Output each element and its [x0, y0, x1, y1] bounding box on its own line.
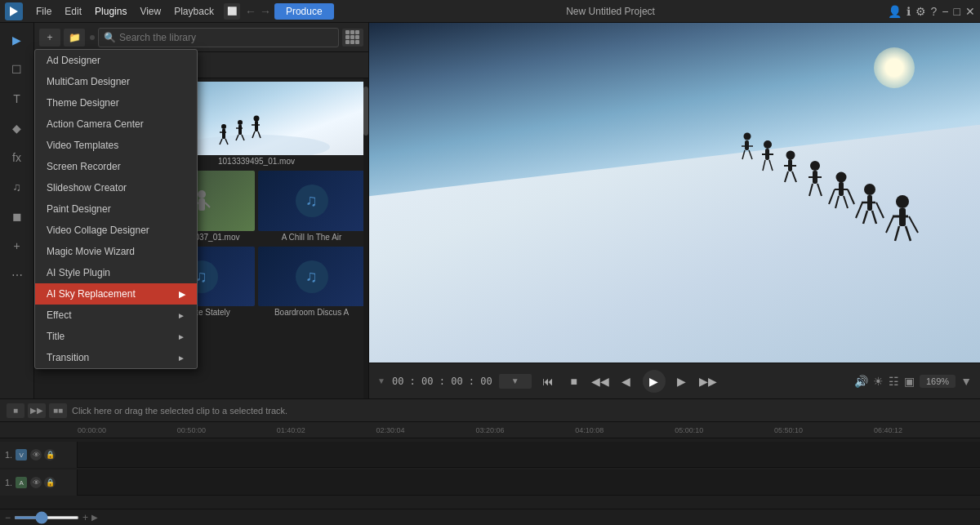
svg-point-46 — [810, 161, 820, 171]
screen-mode-btn[interactable]: ⬜ — [224, 3, 240, 20]
menu-plugins[interactable]: Plugins — [88, 3, 133, 20]
svg-line-65 — [749, 150, 752, 159]
menu-item-effect[interactable]: Effect ► — [35, 305, 197, 326]
menu-item-theme[interactable]: Theme Designer — [35, 92, 197, 113]
svg-rect-3 — [222, 129, 225, 139]
menu-item-slideshow[interactable]: Slideshow Creator — [35, 177, 197, 198]
menu-item-video-collage[interactable]: Video Collage Designer — [35, 220, 197, 241]
toolbar-transition-icon[interactable]: ◼ — [5, 204, 29, 229]
nav-back-icon[interactable]: ← — [245, 5, 256, 18]
grid-view-btn[interactable] — [342, 29, 363, 47]
timeline-hint-text: Click here or drag the selected clip to … — [72, 406, 287, 416]
produce-button[interactable]: Produce — [274, 3, 334, 20]
account-icon[interactable]: 👤 — [888, 5, 902, 18]
menu-item-action-camera[interactable]: Action Camera Center — [35, 113, 197, 135]
menu-item-ai-style[interactable]: AI Style Plugin — [35, 262, 197, 283]
track-num-1: 1. — [5, 450, 12, 460]
play-btn[interactable]: ▶ — [643, 370, 666, 393]
next-frame-btn[interactable]: ▶ — [672, 372, 692, 391]
zoom-out-icon[interactable]: − — [5, 512, 11, 523]
svg-point-51 — [786, 151, 795, 160]
timeline-area: ■ ▶▶ ■■ Click here or drag the selected … — [0, 398, 980, 525]
svg-line-43 — [844, 196, 848, 208]
svg-line-45 — [829, 189, 835, 204]
prev-frame-btn[interactable]: ◀ — [617, 372, 636, 391]
menu-item-video-templates[interactable]: Video Templates — [35, 135, 197, 156]
library-folder-btn[interactable]: 📁 — [64, 29, 85, 47]
grid-view-icon[interactable]: ☷ — [889, 375, 899, 388]
track-lock-btn-1[interactable]: 🔒 — [44, 449, 56, 460]
track-label-1: 1. V 👁 🔒 — [0, 442, 78, 468]
toolbar-audio-icon[interactable]: ♫ — [5, 175, 29, 199]
app-title: New Untitled Project — [334, 6, 888, 17]
timecode-dropdown[interactable]: ▼ — [499, 374, 532, 389]
menu-item-ad-designer[interactable]: Ad Designer — [35, 50, 197, 71]
zoom-range-input[interactable] — [14, 516, 79, 519]
nav-forward-icon[interactable]: → — [260, 5, 271, 18]
track-body-1[interactable] — [78, 442, 980, 468]
menu-view[interactable]: View — [133, 3, 167, 20]
toolbar-media-icon[interactable]: ▶ — [5, 28, 29, 52]
zoom-display[interactable]: 169% — [920, 375, 956, 388]
external-display-icon[interactable]: ▣ — [904, 375, 915, 388]
menu-item-ai-sky[interactable]: AI Sky Replacement ▶ — [35, 283, 197, 305]
svg-point-32 — [864, 184, 875, 195]
search-input[interactable] — [119, 32, 333, 43]
library-panel: + 📁 🔍 All Video Photo Audio — [34, 23, 369, 398]
toolbar-overlay-icon[interactable]: ◆ — [5, 116, 29, 140]
menu-edit[interactable]: Edit — [58, 3, 88, 20]
zoom-dropdown-icon[interactable]: ▼ — [960, 375, 972, 388]
menu-file[interactable]: File — [29, 3, 58, 20]
menu-item-paint[interactable]: Paint Designer — [35, 198, 197, 220]
svg-marker-0 — [10, 7, 18, 16]
menu-item-magic-movie[interactable]: Magic Movie Wizard — [35, 241, 197, 262]
menu-item-multicam[interactable]: MultiCam Designer — [35, 71, 197, 92]
list-item[interactable]: ♫ Boardroom Discus A — [258, 247, 365, 319]
svg-line-37 — [876, 202, 884, 218]
track-type-icon-video[interactable]: V — [16, 449, 27, 460]
track-lock-btn-2[interactable]: 🔒 — [44, 477, 56, 488]
step-forward-btn[interactable]: ▶▶ — [698, 372, 718, 391]
timeline-fit-btn[interactable]: ▶▶ — [28, 403, 46, 418]
list-item[interactable]: ♫ A Chill In The Air — [258, 171, 365, 243]
music-icon: ♫ — [296, 185, 328, 217]
menu-item-transition[interactable]: Transition ► — [35, 347, 197, 368]
stop-btn[interactable]: ■ — [564, 372, 584, 391]
timeline-mode-btn[interactable]: ■ — [7, 403, 24, 418]
toolbar-text-icon[interactable]: T — [5, 87, 29, 111]
timeline-bottom: − + ▶ — [0, 509, 980, 525]
timeline-snap-btn[interactable]: ■■ — [49, 403, 67, 418]
track-eye-btn-1[interactable]: 👁 — [30, 449, 42, 460]
skip-start-btn[interactable]: ⏮ — [538, 372, 558, 391]
svg-line-38 — [856, 202, 862, 218]
toolbar-capture-icon[interactable]: ☐ — [5, 57, 29, 82]
menu-item-screen-recorder[interactable]: Screen Recorder — [35, 156, 197, 177]
minimize-icon[interactable]: − — [942, 5, 948, 18]
help-icon[interactable]: ? — [931, 5, 938, 18]
sun-element — [874, 47, 915, 88]
snapshot-icon[interactable]: ☀ — [873, 375, 884, 388]
step-back-btn[interactable]: ◀◀ — [590, 372, 610, 391]
settings-icon[interactable]: ⚙ — [915, 5, 926, 18]
volume-icon[interactable]: 🔊 — [854, 375, 868, 388]
toolbar-addtrack-icon[interactable]: + — [5, 234, 29, 258]
library-scrollbar[interactable] — [363, 78, 368, 398]
track-type-icon-audio[interactable]: A — [16, 477, 27, 488]
svg-line-64 — [742, 150, 745, 159]
track-body-2[interactable] — [78, 469, 980, 496]
plugins-dropdown-menu: Ad Designer MultiCam Designer Theme Desi… — [34, 49, 198, 369]
search-box: 🔍 — [98, 28, 339, 47]
timeline-hint: ■ ▶▶ ■■ Click here or drag the selected … — [0, 399, 980, 422]
maximize-icon[interactable]: □ — [954, 5, 960, 18]
library-scrollbar-thumb[interactable] — [363, 87, 368, 136]
close-icon[interactable]: ✕ — [965, 5, 975, 18]
toolbar-fx-icon[interactable]: fx — [5, 145, 29, 170]
menu-playback[interactable]: Playback — [167, 3, 220, 20]
info-icon[interactable]: ℹ — [906, 5, 911, 18]
menu-item-title[interactable]: Title ► — [35, 326, 197, 347]
library-import-btn[interactable]: + — [39, 29, 60, 47]
svg-point-1 — [183, 135, 330, 155]
zoom-in-icon[interactable]: + — [82, 512, 88, 523]
track-eye-btn-2[interactable]: 👁 — [30, 477, 42, 488]
toolbar-more-icon[interactable]: ⋯ — [5, 263, 29, 287]
